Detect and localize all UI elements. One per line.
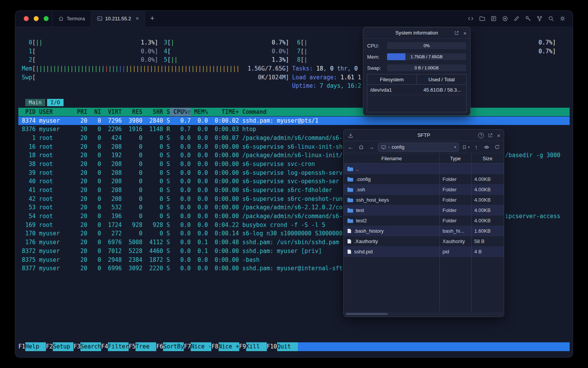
process-row[interactable]: 8374 myuser 20 0 7296 3980 2840 S 0.7 0.…: [18, 117, 570, 125]
close-icon[interactable]: ×: [497, 133, 500, 138]
function-key[interactable]: F5Tree: [129, 342, 156, 351]
up-directory-icon[interactable]: ↑: [472, 143, 480, 151]
user-cell: root: [39, 160, 70, 169]
sftp-file-row[interactable]: ..: [344, 164, 504, 174]
tab-ssh-session[interactable]: 10.211.55.2 ×: [91, 11, 145, 26]
filesystem-row[interactable]: /dev/vda1 45.61GB / 58.3...: [367, 85, 466, 95]
record-icon[interactable]: [502, 15, 508, 22]
close-window-button[interactable]: [24, 16, 29, 21]
minimize-window-button[interactable]: [34, 16, 39, 21]
swap-meter-bars: [36, 73, 258, 82]
folder-icon[interactable]: [479, 15, 485, 22]
home-icon[interactable]: [357, 143, 365, 151]
cpu-meter-label: 8: [290, 56, 301, 64]
file-size: 4 B: [471, 249, 504, 255]
zoom-window-button[interactable]: [44, 16, 49, 21]
file-size: 4.00KB: [471, 197, 504, 203]
ni-cell: 0: [87, 238, 101, 247]
horizontal-scrollbar[interactable]: [345, 312, 503, 315]
sftp-file-row[interactable]: .config Folder 4.00KB: [344, 174, 504, 184]
refresh-icon[interactable]: [493, 143, 501, 151]
function-key[interactable]: F7Nice -: [184, 342, 211, 351]
column-header-mem[interactable]: MEM%: [191, 108, 208, 117]
file-size: 4.00KB: [471, 207, 504, 213]
column-header-pri[interactable]: PRI: [70, 108, 87, 117]
sftp-file-row[interactable]: sshd.pid pid 4 B: [344, 246, 504, 257]
htop-tab-io[interactable]: I/O: [47, 99, 64, 106]
function-key-number: F9: [239, 342, 246, 351]
shr-cell: 0: [142, 143, 163, 151]
bookmark-control[interactable]: ▾: [462, 145, 470, 150]
function-key[interactable]: F10Quit: [267, 342, 298, 351]
code-icon[interactable]: [467, 15, 474, 22]
tab-close-icon[interactable]: ×: [136, 16, 139, 21]
column-header-filename[interactable]: Filename: [344, 153, 439, 163]
column-header-state[interactable]: S: [163, 108, 170, 117]
column-header-cpu-sort[interactable]: CPU%▽: [170, 108, 191, 117]
column-header-virt[interactable]: VIRT: [101, 108, 122, 117]
function-key[interactable]: F2Setup: [46, 342, 74, 351]
back-icon[interactable]: ←: [347, 143, 354, 151]
sftp-file-row[interactable]: .Xauthority Xauthority 58 B: [344, 236, 504, 246]
column-header-shr[interactable]: SHR: [142, 108, 163, 117]
ni-cell: 0: [87, 186, 101, 195]
column-header-ni[interactable]: NI: [87, 108, 101, 117]
path-segment-config[interactable]: config: [392, 145, 404, 150]
edit-icon[interactable]: [513, 15, 520, 22]
column-header-user[interactable]: USER: [39, 108, 70, 117]
open-external-icon[interactable]: [488, 133, 493, 138]
log-icon[interactable]: [490, 15, 497, 22]
scrollbar-thumb[interactable]: [346, 313, 388, 315]
sftp-file-row[interactable]: ssh_host_keys Folder 4.00KB: [344, 195, 504, 205]
key-icon[interactable]: [525, 15, 531, 22]
open-external-icon[interactable]: [454, 30, 459, 36]
function-key[interactable]: F6SortBy: [156, 342, 184, 351]
sftp-file-row[interactable]: test Folder 4.00KB: [344, 205, 504, 215]
res-cell: 1916: [122, 125, 142, 134]
cpu-meters-column-2: 3[|0.7%] 4[0.0%] 5[||1.3%]: [157, 38, 289, 64]
file-name: sshd.pid: [354, 249, 372, 255]
cpu-meter-value: 0.0%]: [141, 47, 158, 56]
close-icon[interactable]: ×: [463, 30, 467, 36]
cpu-meter-bars: |: [171, 38, 272, 47]
help-icon[interactable]: ?: [478, 133, 484, 138]
path-breadcrumb[interactable]: › config ▾: [378, 143, 459, 152]
cpu-meter-label: 1: [22, 47, 32, 56]
show-hidden-icon[interactable]: [483, 143, 490, 151]
settings-icon[interactable]: [559, 15, 566, 22]
mem-cell: 0.0: [191, 212, 208, 221]
function-key-label: Setup: [53, 342, 74, 351]
column-header-size[interactable]: Size: [471, 153, 504, 163]
tab-termora-home[interactable]: Termora: [52, 11, 91, 26]
transfer-icon[interactable]: [348, 132, 354, 138]
sftp-file-row[interactable]: .ssh Folder 4.00KB: [344, 184, 504, 195]
panel-title-text: System information: [395, 30, 438, 36]
htop-tab-main[interactable]: Main: [25, 99, 45, 106]
column-header-type[interactable]: Type: [439, 153, 471, 163]
function-key[interactable]: F9Kill: [239, 342, 267, 351]
virt-cell: 208: [101, 195, 122, 204]
column-header-pid[interactable]: PID: [18, 108, 36, 117]
function-key[interactable]: F1Help: [18, 342, 46, 351]
forward-icon[interactable]: →: [368, 143, 375, 151]
column-header-res[interactable]: RES: [122, 108, 142, 117]
meter-open-bracket: [: [301, 38, 304, 47]
new-tab-button[interactable]: +: [145, 11, 160, 26]
file-type: Folder: [439, 218, 471, 223]
cpu-meter-bars: [171, 47, 272, 56]
function-key[interactable]: F3Search: [74, 342, 101, 351]
column-header-time[interactable]: TIME+: [208, 108, 239, 117]
mem-cell: 0.0: [191, 256, 208, 264]
sftp-file-row[interactable]: test2 Folder 4.00KB: [344, 215, 504, 226]
virt-cell: 7012: [101, 247, 122, 256]
function-key[interactable]: F4Filter: [101, 342, 129, 351]
ni-cell: 0: [87, 143, 101, 151]
branch-icon[interactable]: [536, 15, 543, 22]
stat-segment: 0: [354, 65, 358, 72]
chevron-down-icon[interactable]: ▾: [454, 145, 456, 149]
file-name: .bash_history: [354, 228, 384, 234]
virt-cell: 424: [101, 134, 122, 143]
sftp-file-row[interactable]: .bash_history bash_hi... 1.60KB: [344, 226, 504, 236]
function-key[interactable]: F8Nice +: [211, 342, 239, 351]
search-icon[interactable]: [548, 15, 554, 22]
